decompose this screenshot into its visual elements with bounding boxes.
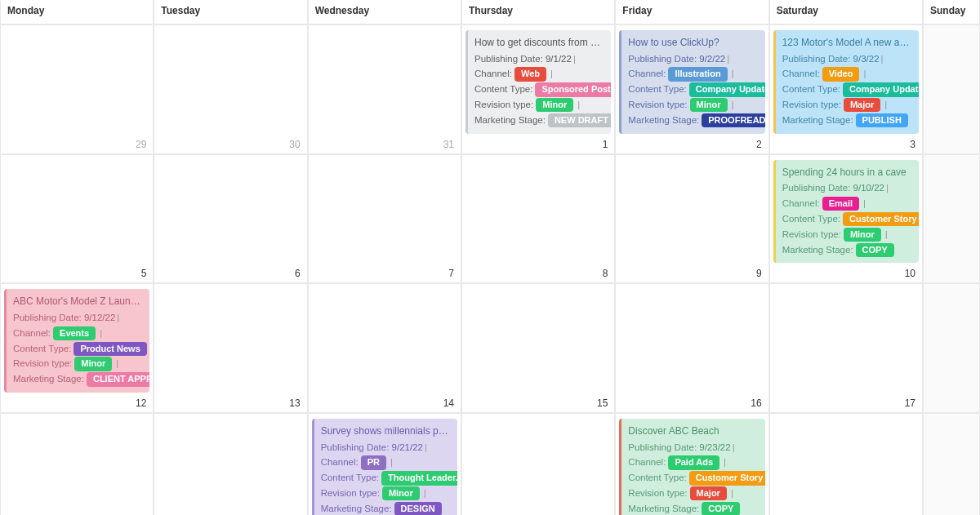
pill-content-type[interactable]: Customer Story [689,471,765,485]
label-revision: Revision type: [321,488,380,498]
event-title: Survey shows millennials prefer electric [321,424,451,439]
day-cell[interactable]: Discover ABC Beach Publishing Date: 9/23… [615,413,768,515]
event-title: Discover ABC Beach [628,424,758,439]
day-cell[interactable]: 19 [0,413,154,515]
pill-revision[interactable]: Major [690,486,727,500]
day-cell[interactable]: ABC Motor's Model Z Launch Event Publish… [0,283,154,413]
label-publishing-date: Publishing Date: [782,54,851,64]
pill-stage[interactable]: CLIENT APPROVAL [87,372,149,386]
pill-channel[interactable]: Email [822,197,859,211]
pill-revision[interactable]: Minor [74,357,112,371]
label-content-type: Content Type: [782,84,840,94]
label-stage: Marketing Stage: [474,115,546,125]
pill-stage[interactable]: COPY [702,502,740,515]
pill-revision[interactable]: Minor [382,486,420,500]
day-cell[interactable]: 24 [769,413,923,515]
label-stage: Marketing Stage: [13,374,84,384]
pill-stage[interactable]: PUBLISH [856,113,908,127]
label-content-type: Content Type: [321,473,379,482]
pill-content-type[interactable]: Sponsored Post [535,82,611,96]
label-publishing-date: Publishing Date: [628,442,697,452]
event-date: 9/2/22 [699,54,725,64]
label-revision: Revision type: [782,229,841,239]
pill-revision[interactable]: Minor [536,98,573,112]
day-number: 8 [603,268,608,279]
pill-channel[interactable]: Events [53,326,96,340]
event-card[interactable]: Discover ABC Beach Publishing Date: 9/23… [619,419,764,515]
day-cell[interactable] [923,24,980,154]
event-card[interactable]: How to get discounts from 123 Mart? Publ… [466,30,611,134]
day-cell[interactable]: 7 [308,154,461,284]
pill-content-type[interactable]: Company Update [689,82,765,96]
day-header-thu: Thursday [461,0,615,24]
day-cell[interactable] [923,413,980,515]
label-channel: Channel: [628,69,666,78]
pill-content-type[interactable]: Thought Leader... [381,471,457,485]
day-cell[interactable]: 13 [154,283,307,413]
pill-revision[interactable]: Minor [844,228,881,242]
day-number: 5 [141,268,147,279]
calendar-grid: Monday Tuesday Wednesday Thursday Friday… [0,0,980,515]
event-card[interactable]: 123 Motor's Model A new assembly line Pu… [773,30,919,134]
pill-stage[interactable]: COPY [856,243,894,257]
pill-channel[interactable]: PR [361,455,386,469]
day-cell[interactable]: 17 [769,283,923,413]
day-cell[interactable] [923,283,980,413]
day-cell[interactable]: 22 [461,413,615,515]
day-cell[interactable]: How to get discounts from 123 Mart? Publ… [461,24,615,154]
day-cell[interactable]: 29 [0,24,154,154]
pill-revision[interactable]: Minor [690,98,728,112]
label-channel: Channel: [782,69,820,78]
event-card[interactable]: Survey shows millennials prefer electric… [312,419,457,515]
day-cell[interactable]: Survey shows millennials prefer electric… [308,413,461,515]
label-revision: Revision type: [628,488,687,498]
pill-channel[interactable]: Illustration [668,67,727,81]
day-number: 3 [910,139,915,150]
label-publishing-date: Publishing Date: [13,313,82,322]
event-title: How to use ClickUp? [628,35,758,51]
day-cell[interactable]: 31 [308,24,461,154]
day-number: 15 [597,397,608,409]
pill-stage[interactable]: DESIGN [394,502,442,515]
day-cell[interactable]: 6 [154,154,307,284]
day-cell[interactable]: 16 [615,283,768,413]
label-publishing-date: Publishing Date: [474,54,543,64]
day-cell[interactable]: 9 [615,154,768,284]
day-cell[interactable]: 8 [461,154,615,284]
event-card[interactable]: Spending 24 hours in a cave Publishing D… [773,160,919,264]
day-cell[interactable]: How to use ClickUp? Publishing Date: 9/2… [615,24,768,154]
day-cell[interactable]: 123 Motor's Model A new assembly line Pu… [769,24,923,154]
event-card[interactable]: ABC Motor's Model Z Launch Event Publish… [4,289,149,393]
day-cell[interactable]: Spending 24 hours in a cave Publishing D… [769,154,923,284]
label-content-type: Content Type: [13,344,71,353]
day-cell[interactable]: 30 [154,24,307,154]
pill-channel[interactable]: Web [514,67,546,81]
pill-stage[interactable]: PROOFREADING [702,113,764,127]
pill-revision[interactable]: Major [844,98,880,112]
pill-channel[interactable]: Video [822,67,860,81]
event-title: ABC Motor's Model Z Launch Event [13,294,143,309]
day-number: 1 [603,139,608,150]
day-cell[interactable]: 5 [0,154,154,284]
event-card[interactable]: How to use ClickUp? Publishing Date: 9/2… [619,30,764,134]
day-cell[interactable]: 14 [308,283,461,413]
label-publishing-date: Publishing Date: [628,54,697,64]
label-stage: Marketing Stage: [628,115,699,125]
event-date: 9/21/22 [392,442,423,452]
pill-content-type[interactable]: Customer Story [843,212,919,226]
label-channel: Channel: [782,198,820,208]
pill-content-type[interactable]: Company Update [843,82,919,96]
day-number: 12 [136,397,146,409]
pill-content-type[interactable]: Product News [74,342,146,356]
day-cell[interactable] [923,154,980,284]
day-header-tue: Tuesday [154,0,307,24]
day-cell[interactable]: 20 [154,413,307,515]
day-number: 10 [905,268,915,279]
pill-stage[interactable]: NEW DRAFT [548,113,611,127]
event-date: 9/12/22 [84,313,115,322]
label-content-type: Content Type: [782,214,840,224]
day-number: 30 [289,139,300,150]
pill-channel[interactable]: Paid Ads [668,455,719,469]
day-cell[interactable]: 15 [461,283,615,413]
day-number: 29 [136,139,146,150]
